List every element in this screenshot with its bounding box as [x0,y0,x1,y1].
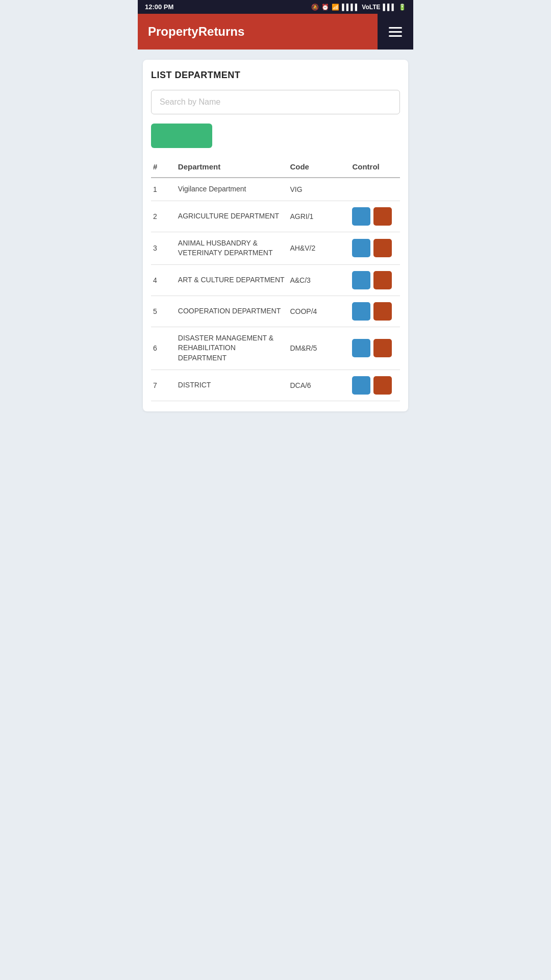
cell-code: A&C/3 [288,264,350,296]
status-bar: 12:00 PM 🔕 ⏰ 📶 ▌▌▌▌ VoLTE ▌▌▌ 🔋 [138,0,413,14]
cell-code: VIG [288,178,350,201]
cell-control [350,370,400,401]
volte-label: VoLTE [362,4,380,11]
table-row: 5COOPERATION DEPARTMENTCOOP/4 [151,296,400,327]
cell-code: DCA/6 [288,370,350,401]
cell-dept: AGRICULTURE DEPARTMENT [176,201,288,232]
delete-button[interactable] [373,271,392,289]
cell-control [350,296,400,327]
alarm-icon: ⏰ [321,4,329,11]
control-buttons [352,302,398,321]
cell-num: 7 [151,370,176,401]
page-title: LIST DEPARTMENT [151,70,400,81]
table-row: 6DISASTER MANAGEMENT & REHABILITATION DE… [151,327,400,370]
cell-control [350,264,400,296]
delete-button[interactable] [373,376,392,395]
control-buttons [352,376,398,395]
edit-button[interactable] [352,302,370,321]
signal-icon: ▌▌▌▌ [342,4,359,11]
mute-icon: 🔕 [311,4,319,11]
search-input[interactable] [151,90,400,114]
col-header-code: Code [288,157,350,178]
cell-dept: Vigilance Department [176,178,288,201]
control-buttons [352,339,398,357]
cell-dept: COOPERATION DEPARTMENT [176,296,288,327]
edit-button[interactable] [352,239,370,257]
cell-control [350,201,400,232]
col-header-dept: Department [176,157,288,178]
edit-button[interactable] [352,339,370,357]
cell-dept: ANIMAL HUSBANDRY & VETERINATY DEPARTMENT [176,232,288,264]
cell-num: 3 [151,232,176,264]
brand-name: PropertyReturns [148,24,244,39]
status-icons: 🔕 ⏰ 📶 ▌▌▌▌ VoLTE ▌▌▌ 🔋 [311,4,406,11]
cell-control [350,232,400,264]
table-row: 3ANIMAL HUSBANDRY & VETERINATY DEPARTMEN… [151,232,400,264]
table-row: 4ART & CULTURE DEPARTMENTA&C/3 [151,264,400,296]
header: PropertyReturns [138,14,413,50]
table-row: 1Vigilance DepartmentVIG [151,178,400,201]
cell-num: 1 [151,178,176,201]
department-table: # Department Code Control 1Vigilance Dep… [151,157,400,401]
cell-dept: DISASTER MANAGEMENT & REHABILITATION DEP… [176,327,288,370]
department-card: LIST DEPARTMENT # Department Code Contro… [143,60,408,411]
wifi-icon: 📶 [332,4,339,11]
table-header-row: # Department Code Control [151,157,400,178]
cell-dept: DISTRICT [176,370,288,401]
cell-num: 6 [151,327,176,370]
cell-code: DM&R/5 [288,327,350,370]
table-row: 7DISTRICTDCA/6 [151,370,400,401]
col-header-control: Control [350,157,400,178]
edit-button[interactable] [352,271,370,289]
cell-code: COOP/4 [288,296,350,327]
control-buttons [352,239,398,257]
table-row: 2AGRICULTURE DEPARTMENTAGRI/1 [151,201,400,232]
cell-control [350,327,400,370]
cell-control [350,178,400,201]
delete-button[interactable] [373,302,392,321]
status-time: 12:00 PM [145,3,173,11]
edit-button[interactable] [352,207,370,226]
hamburger-icon [389,27,402,37]
signal2-icon: ▌▌▌ [383,4,396,11]
cell-num: 4 [151,264,176,296]
edit-button[interactable] [352,376,370,395]
menu-button[interactable] [378,14,413,50]
main-content: LIST DEPARTMENT # Department Code Contro… [138,50,413,422]
col-header-num: # [151,157,176,178]
brand-logo: PropertyReturns [138,14,378,50]
cell-num: 5 [151,296,176,327]
control-buttons [352,271,398,289]
cell-code: AGRI/1 [288,201,350,232]
battery-icon: 🔋 [398,4,406,11]
cell-dept: ART & CULTURE DEPARTMENT [176,264,288,296]
delete-button[interactable] [373,239,392,257]
add-department-button[interactable] [151,124,212,148]
delete-button[interactable] [373,207,392,226]
cell-code: AH&V/2 [288,232,350,264]
delete-button[interactable] [373,339,392,357]
control-buttons [352,207,398,226]
cell-num: 2 [151,201,176,232]
